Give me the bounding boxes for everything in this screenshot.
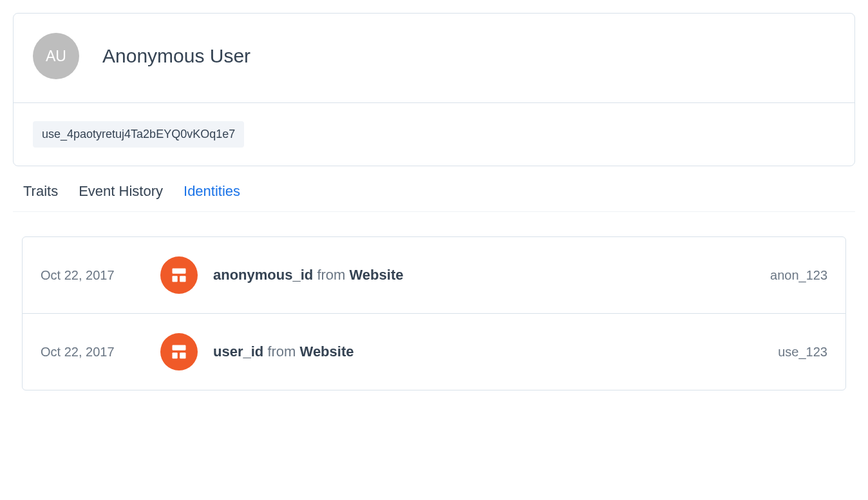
svg-rect-0 [173, 269, 186, 274]
identity-description: user_id from Website [213, 343, 778, 360]
svg-rect-5 [180, 352, 185, 358]
identity-key: user_id [213, 343, 263, 360]
tab-traits[interactable]: Traits [23, 183, 58, 200]
identity-description: anonymous_id from Website [213, 267, 770, 284]
identities-table: Oct 22, 2017 anonymous_id from Website a… [22, 236, 846, 390]
svg-rect-2 [180, 276, 185, 282]
table-row[interactable]: Oct 22, 2017 user_id from Website use_12… [23, 314, 845, 390]
tabs: Traits Event History Identities [13, 170, 855, 212]
identity-value: use_123 [778, 345, 827, 360]
source-icon [160, 333, 198, 370]
identity-date: Oct 22, 2017 [41, 345, 160, 360]
svg-rect-4 [173, 352, 178, 358]
user-name: Anonymous User [102, 45, 250, 67]
avatar: AU [33, 33, 79, 79]
tab-event-history[interactable]: Event History [79, 183, 163, 200]
table-row[interactable]: Oct 22, 2017 anonymous_id from Website a… [23, 237, 845, 314]
identity-value: anon_123 [770, 268, 827, 283]
user-card-body: use_4paotyretuj4Ta2bEYQ0vKOq1e7 [14, 103, 854, 166]
tab-identities[interactable]: Identities [184, 183, 240, 200]
user-card: AU Anonymous User use_4paotyretuj4Ta2bEY… [13, 13, 855, 166]
identity-date: Oct 22, 2017 [41, 268, 160, 283]
source-icon [160, 256, 198, 294]
svg-rect-3 [173, 345, 186, 351]
avatar-initials: AU [46, 48, 66, 65]
user-id-chip[interactable]: use_4paotyretuj4Ta2bEYQ0vKOq1e7 [33, 121, 244, 148]
identity-key: anonymous_id [213, 267, 313, 283]
from-label: from [317, 267, 345, 283]
identity-source: Website [350, 267, 404, 283]
from-label: from [267, 343, 296, 360]
svg-rect-1 [173, 276, 178, 282]
identity-source: Website [300, 343, 354, 360]
user-card-header: AU Anonymous User [14, 14, 854, 103]
